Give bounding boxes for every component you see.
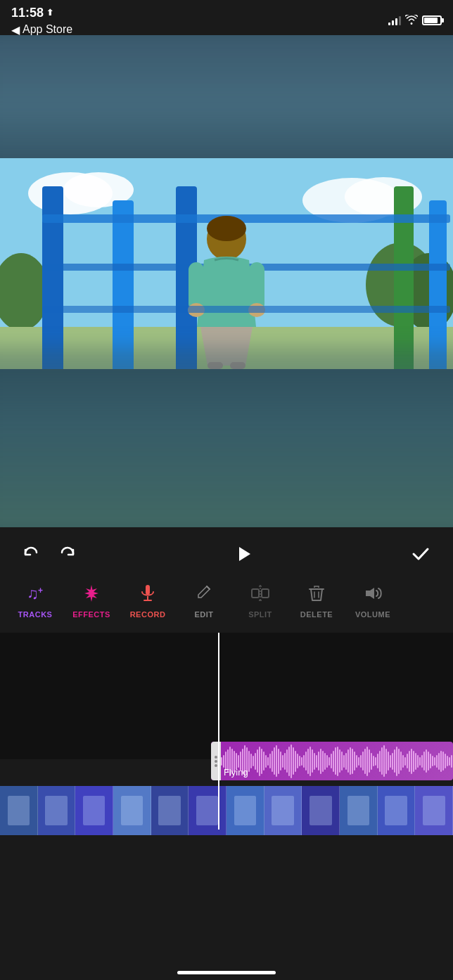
svg-rect-31 (252, 589, 259, 598)
tool-delete[interactable]: DELETE (288, 581, 345, 619)
waveform-bar (312, 749, 313, 773)
timeline-area: Flying 0:37.4 Total 0:53.8 (0, 633, 453, 837)
waveform-bar (426, 749, 427, 773)
waveform-bar (295, 751, 296, 772)
video-strip (0, 786, 453, 835)
record-label: RECORD (130, 610, 166, 619)
waveform-bar (343, 755, 345, 768)
app-store-back-button[interactable]: ◀ App Store (11, 23, 72, 37)
waveform-bar (350, 747, 351, 775)
waveform-bar (345, 753, 347, 770)
waveform-bar (305, 752, 307, 771)
redo-button[interactable] (58, 544, 77, 564)
waveform-bar (377, 754, 378, 768)
waveform-bar (388, 752, 389, 771)
video-strip-frame (189, 786, 226, 835)
waveform-bar (223, 755, 224, 768)
waveform-bar (288, 747, 290, 776)
waveform-bar (263, 752, 264, 771)
delete-icon (304, 581, 329, 606)
waveform-bar (375, 757, 376, 766)
status-left: 11:58 ⬆ ◀ App Store (11, 4, 72, 37)
waveform-bar (449, 757, 450, 766)
waveform-bar (398, 749, 400, 774)
back-arrow-icon: ◀ (11, 23, 20, 37)
waveform-bar (307, 749, 309, 774)
waveform-bar (284, 753, 286, 770)
waveform-bar (369, 749, 370, 773)
waveform-bar (303, 755, 305, 768)
waveform-bar (356, 755, 357, 768)
video-strip-frame (226, 786, 264, 835)
waveform-bar (250, 754, 252, 768)
svg-rect-22 (42, 306, 450, 313)
battery-icon (422, 15, 442, 25)
undo-button[interactable] (21, 544, 41, 564)
waveform-bar (261, 749, 262, 774)
waveform-bar (415, 753, 416, 770)
waveform-bar (385, 749, 387, 774)
waveform-bar (360, 755, 362, 768)
waveform-bar (407, 754, 408, 768)
waveform-bar (326, 755, 328, 768)
video-preview (0, 35, 453, 527)
waveform-bar (272, 751, 273, 772)
audio-track[interactable]: Flying (211, 742, 453, 780)
svg-point-17 (207, 216, 246, 241)
controls-area: ♫ + TRACKS EFFECTS (0, 527, 453, 980)
waveform-bar (402, 755, 404, 768)
tool-record[interactable]: RECORD (120, 581, 176, 619)
waveform-bar (438, 753, 440, 770)
timeline-background (0, 633, 453, 759)
effects-label: EFFECTS (72, 610, 110, 619)
waveform-bar (447, 756, 448, 766)
waveform-bar (276, 745, 277, 777)
tool-volume[interactable]: VOLUME (345, 581, 401, 619)
signal-bar-1 (388, 22, 390, 25)
tracks-icon: ♫ + (23, 581, 48, 606)
home-indicator (177, 971, 276, 974)
waveform-bar (442, 752, 444, 771)
svg-marker-39 (366, 588, 374, 599)
waveform-bar (248, 751, 250, 772)
done-button[interactable] (409, 543, 432, 565)
tool-tracks[interactable]: ♫ + TRACKS (7, 581, 63, 619)
waveform-bar (404, 757, 406, 766)
waveform-bar (347, 749, 349, 773)
svg-rect-9 (42, 186, 63, 369)
waveform-bar (419, 757, 421, 766)
volume-icon (360, 581, 385, 606)
svg-rect-32 (262, 589, 269, 598)
waveform-bar (392, 753, 393, 770)
video-strip-frame (151, 786, 189, 835)
waveform-bar (421, 755, 423, 768)
waveform-bar (417, 755, 419, 768)
waveform-bar (297, 754, 298, 768)
waveform-bar (423, 752, 425, 771)
waveform-bar (411, 749, 412, 774)
waveform-bar (299, 756, 300, 766)
split-label: SPLIT (248, 610, 272, 619)
video-strip-frame (302, 786, 340, 835)
waveform-bar (331, 754, 332, 768)
waveform-bar (337, 747, 338, 776)
status-bar: 11:58 ⬆ ◀ App Store (0, 0, 453, 35)
tool-effects[interactable]: EFFECTS (63, 581, 120, 619)
waveform-bar (358, 757, 359, 766)
tool-split[interactable]: SPLIT (232, 581, 288, 619)
waveform-bar (451, 755, 452, 768)
status-time: 11:58 ⬆ (11, 6, 53, 20)
waveform-bar (390, 755, 391, 768)
waveform-bar (430, 754, 431, 768)
waveform-bar (381, 747, 383, 775)
play-button[interactable] (231, 541, 256, 567)
waveform-bar (409, 751, 410, 772)
back-label: App Store (23, 23, 72, 36)
waveform-bar (280, 752, 281, 771)
location-icon: ⬆ (46, 8, 53, 18)
playback-row (0, 527, 453, 574)
svg-text:+: + (38, 586, 43, 595)
tool-edit[interactable]: EDIT (176, 581, 232, 619)
split-icon (248, 581, 273, 606)
handle-dot-3 (215, 764, 217, 767)
